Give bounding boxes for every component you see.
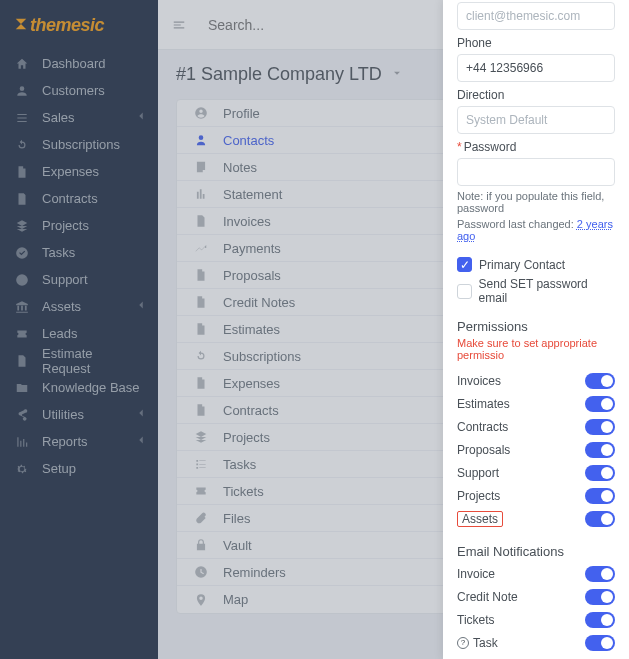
sidebar-item-sales[interactable]: Sales xyxy=(0,104,158,131)
email-notif-toggle[interactable] xyxy=(585,566,615,582)
sidebar-item-support[interactable]: Support xyxy=(0,266,158,293)
sidebar-item-expenses[interactable]: Expenses xyxy=(0,158,158,185)
file-text-icon xyxy=(193,214,209,228)
password-changed-note: Password last changed: 2 years ago xyxy=(457,218,615,242)
sidebar-item-leads[interactable]: Leads xyxy=(0,320,158,347)
permission-toggle[interactable] xyxy=(585,488,615,504)
help-icon[interactable]: ? xyxy=(457,637,469,649)
sidebar-item-contracts[interactable]: Contracts xyxy=(0,185,158,212)
password-field[interactable] xyxy=(457,158,615,186)
checkbox-unchecked-icon xyxy=(457,284,472,299)
permission-label: Support xyxy=(457,466,499,480)
pin-icon xyxy=(193,593,209,607)
life-ring-icon xyxy=(14,272,30,288)
sidebar-item-setup[interactable]: Setup xyxy=(0,455,158,482)
share-icon xyxy=(14,407,30,423)
chevron-left-icon xyxy=(134,298,144,315)
send-set-password-checkbox[interactable]: Send SET password email xyxy=(457,277,615,305)
page-title-text: #1 Sample Company LTD xyxy=(176,64,382,85)
sidebar-item-label: Subscriptions xyxy=(42,137,144,152)
bank-icon xyxy=(14,299,30,315)
phone-field[interactable] xyxy=(457,54,615,82)
sidebar-item-projects[interactable]: Projects xyxy=(0,212,158,239)
sidebar-item-dashboard[interactable]: Dashboard xyxy=(0,50,158,77)
permission-toggle[interactable] xyxy=(585,419,615,435)
trend-icon xyxy=(193,241,209,255)
permission-invoices: Invoices xyxy=(457,369,615,392)
logo[interactable]: themesic xyxy=(0,0,158,50)
email-notif-toggle[interactable] xyxy=(585,589,615,605)
ticket-icon xyxy=(193,484,209,498)
email-notif-credit-note: Credit Note xyxy=(457,585,615,608)
sidebar-item-estimate-request[interactable]: Estimate Request xyxy=(0,347,158,374)
permission-label: Estimates xyxy=(457,397,510,411)
email-notif-label: Invoice xyxy=(457,567,495,581)
permission-projects: Projects xyxy=(457,484,615,507)
layers-icon xyxy=(14,218,30,234)
gear-icon xyxy=(14,461,30,477)
permission-toggle[interactable] xyxy=(585,396,615,412)
menu-toggle-icon[interactable] xyxy=(172,18,190,32)
user-icon xyxy=(14,83,30,99)
chart-icon xyxy=(14,434,30,450)
bar-chart-icon xyxy=(193,187,209,201)
file-icon xyxy=(193,268,209,282)
sidebar-item-label: Dashboard xyxy=(42,56,144,71)
sidebar-item-label: Utilities xyxy=(42,407,134,422)
permission-toggle[interactable] xyxy=(585,442,615,458)
sidebar-item-label: Support xyxy=(42,272,144,287)
folder-icon xyxy=(14,380,30,396)
person-icon xyxy=(193,133,209,147)
email-notif-label: ?Task xyxy=(457,636,498,650)
permission-toggle[interactable] xyxy=(585,465,615,481)
email-notif-label: Tickets xyxy=(457,613,495,627)
permission-label: Contracts xyxy=(457,420,508,434)
sidebar-item-customers[interactable]: Customers xyxy=(0,77,158,104)
sidebar-item-label: Assets xyxy=(42,299,134,314)
user-circle-icon xyxy=(193,106,209,120)
chevron-down-icon xyxy=(390,64,404,85)
checkbox-checked-icon: ✓ xyxy=(457,257,472,272)
email-notif-toggle[interactable] xyxy=(585,612,615,628)
permission-assets: Assets xyxy=(457,507,615,530)
email-field[interactable] xyxy=(457,2,615,30)
document-icon xyxy=(14,191,30,207)
permission-toggle[interactable] xyxy=(585,511,615,527)
phone-label: Phone xyxy=(457,36,615,50)
email-notif-toggle[interactable] xyxy=(585,635,615,651)
primary-contact-checkbox[interactable]: ✓ Primary Contact xyxy=(457,257,615,272)
logo-text: themesic xyxy=(30,15,104,36)
sidebar-item-reports[interactable]: Reports xyxy=(0,428,158,455)
refresh-icon xyxy=(14,137,30,153)
sidebar-item-tasks[interactable]: Tasks xyxy=(0,239,158,266)
chevron-left-icon xyxy=(134,433,144,450)
email-notif-tickets: Tickets xyxy=(457,608,615,631)
permission-label: Projects xyxy=(457,489,500,503)
clock-icon xyxy=(193,565,209,579)
lock-icon xyxy=(193,538,209,552)
sidebar-item-subscriptions[interactable]: Subscriptions xyxy=(0,131,158,158)
sidebar-item-label: Projects xyxy=(42,218,144,233)
permission-proposals: Proposals xyxy=(457,438,615,461)
sidebar-item-label: Contracts xyxy=(42,191,144,206)
sidebar-item-label: Expenses xyxy=(42,164,144,179)
sidebar-item-label: Setup xyxy=(42,461,144,476)
sidebar-item-label: Knowledge Base xyxy=(42,380,144,395)
permission-label: Proposals xyxy=(457,443,510,457)
sidebar-item-assets[interactable]: Assets xyxy=(0,293,158,320)
direction-select[interactable] xyxy=(457,106,615,134)
direction-label: Direction xyxy=(457,88,615,102)
file-icon xyxy=(193,322,209,336)
permission-toggle[interactable] xyxy=(585,373,615,389)
check-circle-icon xyxy=(14,245,30,261)
file-alt-icon xyxy=(14,353,30,369)
sidebar-item-knowledge-base[interactable]: Knowledge Base xyxy=(0,374,158,401)
sidebar-item-label: Customers xyxy=(42,83,144,98)
sidebar-item-utilities[interactable]: Utilities xyxy=(0,401,158,428)
chevron-left-icon xyxy=(134,109,144,126)
password-label: *Password xyxy=(457,140,615,154)
permission-label: Assets xyxy=(457,511,503,527)
password-note: Note: if you populate this field, passwo… xyxy=(457,190,615,214)
sidebar-item-label: Leads xyxy=(42,326,144,341)
ticket-icon xyxy=(14,326,30,342)
